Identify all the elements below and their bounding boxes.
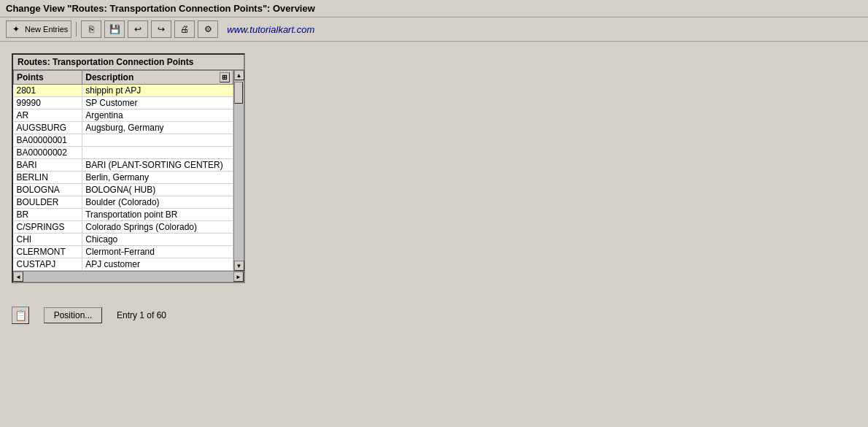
cell-points: 99990: [14, 97, 82, 109]
horizontal-scroll-area: ◄ ►: [13, 271, 244, 282]
table-header-row: Points Description ⊞: [14, 71, 233, 85]
save-icon: 💾: [108, 23, 121, 36]
cell-points: BOLOGNA: [14, 184, 82, 196]
toolbar: ✦ New Entries ⎘ 💾 ↩ ↪ 🖨 ⚙ www.tutorialka…: [0, 18, 868, 42]
bottom-area: 📋 Position... Entry 1 of 60: [0, 295, 868, 336]
cell-points: BR: [14, 209, 82, 221]
scroll-up-btn[interactable]: ▲: [234, 70, 244, 80]
col-description-label: Description: [85, 72, 133, 82]
table-row[interactable]: BERLINBerlin, Germany: [14, 172, 233, 184]
settings-btn[interactable]: ⚙: [198, 20, 218, 38]
main-area: Routes: Transportation Connection Points…: [0, 42, 868, 295]
cell-points: AUGSBURG: [14, 122, 82, 134]
data-table: Points Description ⊞ 2801shippin pt APJ9…: [13, 70, 233, 271]
cell-description: Clermont-Ferrand: [82, 246, 233, 258]
scroll-left-btn[interactable]: ◄: [13, 272, 23, 282]
cell-description: [82, 134, 233, 147]
title-bar: Change View "Routes: Transportation Conn…: [0, 0, 868, 18]
col-header-description: Description ⊞: [82, 71, 233, 85]
copy-btn[interactable]: ⎘: [81, 20, 101, 38]
cell-points: CHI: [14, 234, 82, 246]
table-row[interactable]: AUGSBURGAugsburg, Germany: [14, 122, 233, 134]
cell-description: Berlin, Germany: [82, 172, 233, 184]
table-row[interactable]: 99990SP Customer: [14, 97, 233, 109]
col-resize-icon[interactable]: ⊞: [220, 72, 230, 82]
cell-description: APJ customer: [82, 258, 233, 271]
undo-icon: ↩: [131, 23, 144, 36]
table-title: Routes: Transportation Connection Points: [13, 55, 244, 70]
cell-points: 2801: [14, 85, 82, 97]
cell-points: BA00000002: [14, 147, 82, 159]
cell-points: C/SPRINGS: [14, 221, 82, 234]
col-points-label: Points: [17, 72, 44, 82]
scroll-area: Points Description ⊞ 2801shippin pt APJ9…: [13, 70, 244, 271]
print-btn[interactable]: 🖨: [174, 20, 195, 38]
toolbar-separator-1: [76, 22, 77, 36]
table-row[interactable]: BOLOGNABOLOGNA( HUB): [14, 184, 233, 196]
table-row[interactable]: BA00000001: [14, 134, 233, 147]
entry-info: Entry 1 of 60: [117, 310, 166, 320]
table-row[interactable]: CUSTAPJAPJ customer: [14, 258, 233, 271]
print-icon: 🖨: [178, 23, 191, 36]
scroll-track[interactable]: [234, 80, 244, 261]
position-button[interactable]: Position...: [44, 307, 102, 323]
cell-points: CLERMONT: [14, 246, 82, 258]
new-entries-button[interactable]: ✦ New Entries: [6, 20, 71, 38]
table-row[interactable]: CLERMONTClermont-Ferrand: [14, 246, 233, 258]
new-entries-icon: ✦: [9, 23, 23, 36]
table-scroll-container: Points Description ⊞ 2801shippin pt APJ9…: [13, 70, 233, 271]
table-row[interactable]: BA00000002: [14, 147, 233, 159]
scroll-thumb[interactable]: [234, 82, 243, 104]
copy-icon: ⎘: [85, 23, 98, 36]
position-icon: 📋: [12, 307, 29, 324]
table-row[interactable]: CHIChicago: [14, 234, 233, 246]
table-row[interactable]: BOULDERBoulder (Colorado): [14, 196, 233, 209]
cell-points: BERLIN: [14, 172, 82, 184]
cell-description: Transportation point BR: [82, 209, 233, 221]
table-row[interactable]: 2801shippin pt APJ: [14, 85, 233, 97]
cell-points: BARI: [14, 159, 82, 172]
cell-description: Argentina: [82, 109, 233, 122]
cell-description: shippin pt APJ: [82, 85, 233, 97]
cell-description: Augsburg, Germany: [82, 122, 233, 134]
new-entries-label: New Entries: [25, 25, 68, 34]
vertical-scrollbar: ▲ ▼: [233, 70, 244, 271]
table-container: Routes: Transportation Connection Points…: [12, 53, 245, 283]
table-row[interactable]: BARIBARI (PLANT-SORTING CENTER): [14, 159, 233, 172]
table-row[interactable]: ARArgentina: [14, 109, 233, 122]
cell-description: BARI (PLANT-SORTING CENTER): [82, 159, 233, 172]
cell-description: Chicago: [82, 234, 233, 246]
watermark-text: www.tutorialkart.com: [227, 24, 314, 35]
table-body: 2801shippin pt APJ99990SP CustomerARArge…: [14, 85, 233, 271]
scroll-down-btn[interactable]: ▼: [234, 261, 244, 271]
cell-points: BA00000001: [14, 134, 82, 147]
table-row[interactable]: BRTransportation point BR: [14, 209, 233, 221]
undo-btn[interactable]: ↩: [128, 20, 148, 38]
cell-description: SP Customer: [82, 97, 233, 109]
cell-points: BOULDER: [14, 196, 82, 209]
scroll-right-btn[interactable]: ►: [233, 272, 244, 282]
redo-icon: ↪: [155, 23, 168, 36]
table-row[interactable]: C/SPRINGSColorado Springs (Colorado): [14, 221, 233, 234]
save-btn[interactable]: 💾: [104, 20, 125, 38]
col-header-points: Points: [14, 71, 82, 85]
redo-btn[interactable]: ↪: [151, 20, 171, 38]
cell-description: Boulder (Colorado): [82, 196, 233, 209]
cell-description: BOLOGNA( HUB): [82, 184, 233, 196]
cell-description: Colorado Springs (Colorado): [82, 221, 233, 234]
settings-icon: ⚙: [201, 23, 214, 36]
cell-points: AR: [14, 109, 82, 122]
horiz-scroll-track[interactable]: [23, 272, 233, 282]
cell-points: CUSTAPJ: [14, 258, 82, 271]
cell-description: [82, 147, 233, 159]
window-title: Change View "Routes: Transportation Conn…: [6, 3, 315, 14]
